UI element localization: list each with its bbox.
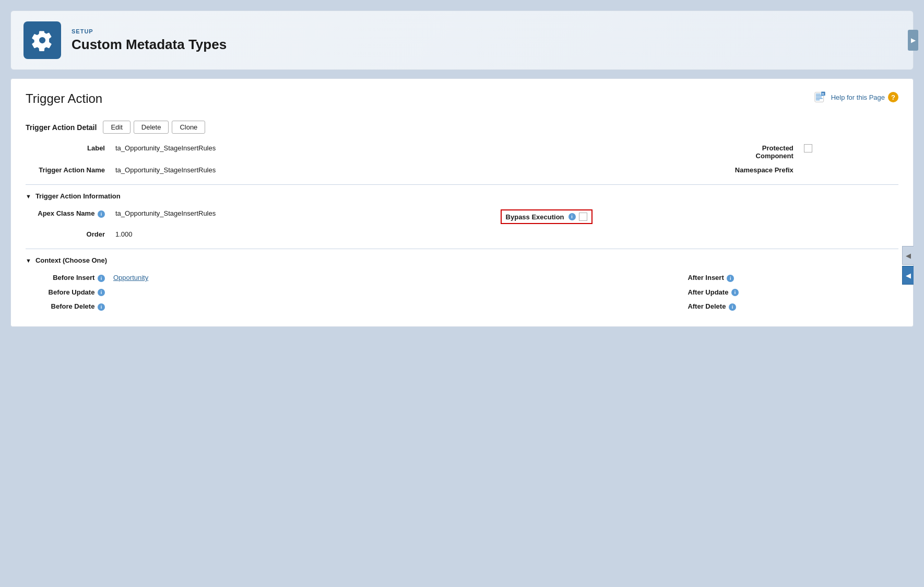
after-delete-label: After Delete i (683, 299, 788, 314)
namespace-prefix-label: Namespace Prefix (704, 163, 798, 177)
header-icon-box (23, 21, 61, 59)
divider-1 (26, 184, 898, 185)
help-link-label: Help for this Page (831, 93, 885, 101)
svg-rect-4 (815, 98, 822, 99)
before-insert-row: Before Insert i Opportunity After Insert… (26, 271, 898, 285)
before-insert-value: Opportunity (109, 271, 683, 285)
svg-rect-1 (815, 94, 820, 95)
trigger-action-name-row: Trigger Action Name ta_Opportunity_Stage… (26, 163, 898, 177)
after-insert-label: After Insert i (683, 271, 788, 285)
page-header: Trigger Action Help for this Page ? (26, 91, 898, 106)
bypass-execution-cell-wrapper: Bypass Execution i (480, 206, 871, 227)
trigger-action-detail-title: Trigger Action Detail (26, 123, 97, 132)
label-field-value: ta_Opportunity_StageInsertRules (109, 141, 704, 163)
delete-button[interactable]: Delete (134, 121, 169, 134)
trigger-action-info-table: Apex Class Name i ta_Opportunity_StageIn… (26, 206, 898, 241)
protected-component-value (798, 141, 898, 163)
protected-component-checkbox[interactable] (804, 144, 812, 152)
trigger-action-name-value: ta_Opportunity_StageInsertRules (109, 163, 704, 177)
before-delete-row: Before Delete i After Delete i (26, 299, 898, 314)
help-link[interactable]: Help for this Page ? (814, 91, 898, 103)
side-btn-top[interactable]: ◀ (902, 246, 914, 265)
apex-class-info-icon[interactable]: i (98, 210, 105, 218)
trigger-action-info-header: ▼ Trigger Action Information (26, 192, 898, 200)
bypass-execution-label: Bypass Execution (506, 213, 564, 221)
order-label: Order (26, 227, 109, 241)
after-update-info-icon[interactable]: i (731, 289, 739, 296)
header-collapse-arrow[interactable]: ▶ (908, 30, 918, 51)
label-field-label: Label (26, 141, 109, 163)
before-insert-link[interactable]: Opportunity (113, 274, 148, 281)
namespace-prefix-value (798, 163, 898, 177)
clone-button[interactable]: Clone (172, 121, 205, 134)
collapse-triangle-info[interactable]: ▼ (26, 193, 31, 199)
main-panel: Trigger Action Help for this Page ? Trig… (10, 78, 914, 327)
after-update-value (788, 285, 898, 300)
before-insert-label: Before Insert i (26, 271, 109, 285)
order-row: Order 1.000 (26, 227, 898, 241)
trigger-action-name-label: Trigger Action Name (26, 163, 109, 177)
apex-class-label: Apex Class Name i (26, 206, 109, 227)
label-row: Label ta_Opportunity_StageInsertRules Pr… (26, 141, 898, 163)
trigger-action-info-title: Trigger Action Information (35, 192, 121, 200)
apex-class-row: Apex Class Name i ta_Opportunity_StageIn… (26, 206, 898, 227)
svg-rect-3 (815, 97, 821, 97)
bypass-execution-info-icon[interactable]: i (568, 213, 576, 220)
apex-class-value: ta_Opportunity_StageInsertRules (109, 206, 480, 227)
after-update-label: After Update i (683, 285, 788, 300)
before-update-value (109, 285, 683, 300)
setup-label: SETUP (72, 28, 227, 34)
trigger-action-detail-header: Trigger Action Detail Edit Delete Clone (26, 121, 898, 134)
after-delete-info-icon[interactable]: i (729, 303, 736, 311)
side-btn-bottom[interactable]: ◀ (902, 266, 914, 285)
help-question-icon[interactable]: ? (888, 92, 898, 102)
context-title: Context (Choose One) (35, 256, 107, 264)
before-update-label: Before Update i (26, 285, 109, 300)
after-delete-value (788, 299, 898, 314)
context-header: ▼ Context (Choose One) (26, 256, 898, 264)
protected-component-label: ProtectedComponent (704, 141, 798, 163)
before-delete-label: Before Delete i (26, 299, 109, 314)
after-insert-value (788, 271, 898, 285)
trigger-action-detail-table: Label ta_Opportunity_StageInsertRules Pr… (26, 141, 898, 177)
gear-icon (31, 29, 53, 51)
before-update-info-icon[interactable]: i (98, 289, 105, 296)
edit-button[interactable]: Edit (103, 121, 130, 134)
bypass-execution-checkbox[interactable] (579, 213, 587, 221)
order-value: 1.000 (109, 227, 480, 241)
collapse-triangle-context[interactable]: ▼ (26, 257, 31, 264)
svg-rect-5 (815, 100, 819, 100)
after-insert-info-icon[interactable]: i (727, 275, 734, 282)
before-insert-info-icon[interactable]: i (98, 275, 105, 282)
bypass-execution-highlighted: Bypass Execution i (501, 209, 593, 224)
before-update-row: Before Update i After Update i (26, 285, 898, 300)
action-buttons: Edit Delete Clone (103, 121, 205, 134)
page-title: Trigger Action (26, 91, 102, 106)
before-delete-value (109, 299, 683, 314)
divider-2 (26, 249, 898, 249)
context-table: Before Insert i Opportunity After Insert… (26, 271, 898, 314)
header-text: SETUP Custom Metadata Types (72, 28, 227, 53)
header-title: Custom Metadata Types (72, 37, 227, 53)
header-panel: SETUP Custom Metadata Types ▶ (10, 10, 914, 70)
side-controls: ◀ ◀ (902, 246, 914, 285)
help-doc-icon (814, 91, 828, 103)
before-delete-info-icon[interactable]: i (98, 303, 105, 311)
